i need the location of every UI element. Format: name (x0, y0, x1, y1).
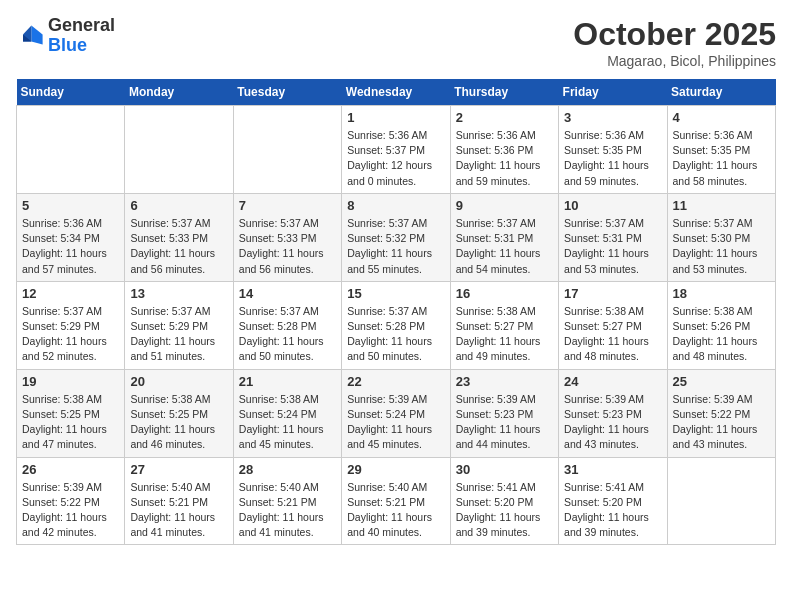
calendar-cell: 13Sunrise: 5:37 AM Sunset: 5:29 PM Dayli… (125, 281, 233, 369)
calendar-cell: 9Sunrise: 5:37 AM Sunset: 5:31 PM Daylig… (450, 193, 558, 281)
day-number: 7 (239, 198, 336, 213)
day-number: 24 (564, 374, 661, 389)
calendar-cell: 4Sunrise: 5:36 AM Sunset: 5:35 PM Daylig… (667, 106, 775, 194)
calendar-cell: 10Sunrise: 5:37 AM Sunset: 5:31 PM Dayli… (559, 193, 667, 281)
day-info: Sunrise: 5:38 AM Sunset: 5:25 PM Dayligh… (22, 392, 119, 453)
day-info: Sunrise: 5:37 AM Sunset: 5:28 PM Dayligh… (239, 304, 336, 365)
calendar-cell: 22Sunrise: 5:39 AM Sunset: 5:24 PM Dayli… (342, 369, 450, 457)
day-number: 26 (22, 462, 119, 477)
day-info: Sunrise: 5:37 AM Sunset: 5:28 PM Dayligh… (347, 304, 444, 365)
location-subtitle: Magarao, Bicol, Philippines (573, 53, 776, 69)
calendar-cell: 7Sunrise: 5:37 AM Sunset: 5:33 PM Daylig… (233, 193, 341, 281)
calendar-cell: 30Sunrise: 5:41 AM Sunset: 5:20 PM Dayli… (450, 457, 558, 545)
day-info: Sunrise: 5:39 AM Sunset: 5:23 PM Dayligh… (564, 392, 661, 453)
calendar-table: SundayMondayTuesdayWednesdayThursdayFrid… (16, 79, 776, 545)
calendar-cell (125, 106, 233, 194)
day-number: 15 (347, 286, 444, 301)
day-number: 27 (130, 462, 227, 477)
day-info: Sunrise: 5:37 AM Sunset: 5:29 PM Dayligh… (22, 304, 119, 365)
day-info: Sunrise: 5:39 AM Sunset: 5:23 PM Dayligh… (456, 392, 553, 453)
day-number: 23 (456, 374, 553, 389)
calendar-week-5: 26Sunrise: 5:39 AM Sunset: 5:22 PM Dayli… (17, 457, 776, 545)
day-info: Sunrise: 5:38 AM Sunset: 5:26 PM Dayligh… (673, 304, 770, 365)
day-number: 13 (130, 286, 227, 301)
day-info: Sunrise: 5:37 AM Sunset: 5:32 PM Dayligh… (347, 216, 444, 277)
day-number: 2 (456, 110, 553, 125)
day-number: 8 (347, 198, 444, 213)
day-number: 14 (239, 286, 336, 301)
calendar-cell (17, 106, 125, 194)
day-number: 19 (22, 374, 119, 389)
day-info: Sunrise: 5:37 AM Sunset: 5:31 PM Dayligh… (564, 216, 661, 277)
day-info: Sunrise: 5:39 AM Sunset: 5:22 PM Dayligh… (22, 480, 119, 541)
calendar-cell: 26Sunrise: 5:39 AM Sunset: 5:22 PM Dayli… (17, 457, 125, 545)
weekday-header-wednesday: Wednesday (342, 79, 450, 106)
day-info: Sunrise: 5:38 AM Sunset: 5:27 PM Dayligh… (564, 304, 661, 365)
day-number: 10 (564, 198, 661, 213)
calendar-cell: 11Sunrise: 5:37 AM Sunset: 5:30 PM Dayli… (667, 193, 775, 281)
day-info: Sunrise: 5:37 AM Sunset: 5:33 PM Dayligh… (239, 216, 336, 277)
calendar-cell: 25Sunrise: 5:39 AM Sunset: 5:22 PM Dayli… (667, 369, 775, 457)
month-title: October 2025 (573, 16, 776, 53)
calendar-week-3: 12Sunrise: 5:37 AM Sunset: 5:29 PM Dayli… (17, 281, 776, 369)
day-info: Sunrise: 5:37 AM Sunset: 5:29 PM Dayligh… (130, 304, 227, 365)
calendar-cell: 5Sunrise: 5:36 AM Sunset: 5:34 PM Daylig… (17, 193, 125, 281)
logo: General Blue (16, 16, 115, 56)
calendar-cell: 16Sunrise: 5:38 AM Sunset: 5:27 PM Dayli… (450, 281, 558, 369)
title-block: October 2025 Magarao, Bicol, Philippines (573, 16, 776, 69)
weekday-header-monday: Monday (125, 79, 233, 106)
calendar-week-4: 19Sunrise: 5:38 AM Sunset: 5:25 PM Dayli… (17, 369, 776, 457)
calendar-cell (233, 106, 341, 194)
calendar-cell: 2Sunrise: 5:36 AM Sunset: 5:36 PM Daylig… (450, 106, 558, 194)
day-number: 18 (673, 286, 770, 301)
day-info: Sunrise: 5:40 AM Sunset: 5:21 PM Dayligh… (130, 480, 227, 541)
weekday-header-row: SundayMondayTuesdayWednesdayThursdayFrid… (17, 79, 776, 106)
day-number: 11 (673, 198, 770, 213)
day-number: 5 (22, 198, 119, 213)
day-number: 20 (130, 374, 227, 389)
day-info: Sunrise: 5:41 AM Sunset: 5:20 PM Dayligh… (456, 480, 553, 541)
weekday-header-tuesday: Tuesday (233, 79, 341, 106)
weekday-header-thursday: Thursday (450, 79, 558, 106)
calendar-week-2: 5Sunrise: 5:36 AM Sunset: 5:34 PM Daylig… (17, 193, 776, 281)
calendar-cell: 6Sunrise: 5:37 AM Sunset: 5:33 PM Daylig… (125, 193, 233, 281)
day-info: Sunrise: 5:39 AM Sunset: 5:24 PM Dayligh… (347, 392, 444, 453)
calendar-week-1: 1Sunrise: 5:36 AM Sunset: 5:37 PM Daylig… (17, 106, 776, 194)
day-number: 6 (130, 198, 227, 213)
day-number: 29 (347, 462, 444, 477)
weekday-header-sunday: Sunday (17, 79, 125, 106)
calendar-cell (667, 457, 775, 545)
calendar-cell: 23Sunrise: 5:39 AM Sunset: 5:23 PM Dayli… (450, 369, 558, 457)
calendar-cell: 31Sunrise: 5:41 AM Sunset: 5:20 PM Dayli… (559, 457, 667, 545)
day-info: Sunrise: 5:36 AM Sunset: 5:34 PM Dayligh… (22, 216, 119, 277)
day-info: Sunrise: 5:38 AM Sunset: 5:24 PM Dayligh… (239, 392, 336, 453)
weekday-header-saturday: Saturday (667, 79, 775, 106)
calendar-cell: 3Sunrise: 5:36 AM Sunset: 5:35 PM Daylig… (559, 106, 667, 194)
day-number: 21 (239, 374, 336, 389)
day-info: Sunrise: 5:40 AM Sunset: 5:21 PM Dayligh… (239, 480, 336, 541)
weekday-header-friday: Friday (559, 79, 667, 106)
day-info: Sunrise: 5:40 AM Sunset: 5:21 PM Dayligh… (347, 480, 444, 541)
day-info: Sunrise: 5:37 AM Sunset: 5:31 PM Dayligh… (456, 216, 553, 277)
day-info: Sunrise: 5:36 AM Sunset: 5:35 PM Dayligh… (564, 128, 661, 189)
day-info: Sunrise: 5:36 AM Sunset: 5:36 PM Dayligh… (456, 128, 553, 189)
day-number: 25 (673, 374, 770, 389)
calendar-cell: 20Sunrise: 5:38 AM Sunset: 5:25 PM Dayli… (125, 369, 233, 457)
logo-icon (16, 22, 44, 50)
calendar-cell: 15Sunrise: 5:37 AM Sunset: 5:28 PM Dayli… (342, 281, 450, 369)
day-info: Sunrise: 5:38 AM Sunset: 5:25 PM Dayligh… (130, 392, 227, 453)
day-number: 9 (456, 198, 553, 213)
day-info: Sunrise: 5:41 AM Sunset: 5:20 PM Dayligh… (564, 480, 661, 541)
calendar-cell: 19Sunrise: 5:38 AM Sunset: 5:25 PM Dayli… (17, 369, 125, 457)
day-info: Sunrise: 5:36 AM Sunset: 5:35 PM Dayligh… (673, 128, 770, 189)
day-number: 30 (456, 462, 553, 477)
day-number: 16 (456, 286, 553, 301)
page-header: General Blue October 2025 Magarao, Bicol… (16, 16, 776, 69)
day-number: 31 (564, 462, 661, 477)
day-number: 12 (22, 286, 119, 301)
day-number: 3 (564, 110, 661, 125)
day-number: 4 (673, 110, 770, 125)
day-info: Sunrise: 5:38 AM Sunset: 5:27 PM Dayligh… (456, 304, 553, 365)
day-info: Sunrise: 5:37 AM Sunset: 5:33 PM Dayligh… (130, 216, 227, 277)
logo-line2: Blue (48, 36, 115, 56)
